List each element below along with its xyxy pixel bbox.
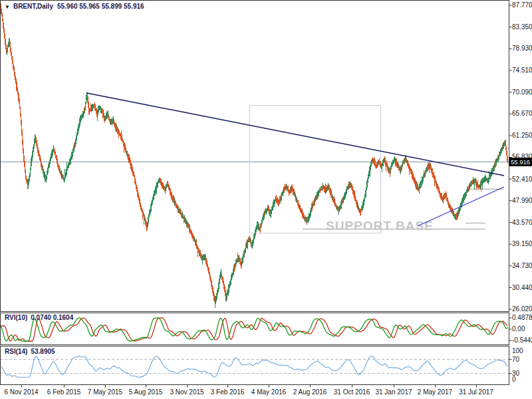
rsi-scale-label: 100 — [512, 347, 523, 355]
rsi-value: 53.8905 — [31, 348, 55, 355]
rvi-scale-label: -0.5442 — [512, 336, 532, 344]
rvi-label: RVI(10) — [5, 314, 27, 321]
current-price-tag: 55.916 — [509, 158, 532, 166]
price-axis-label: 52.410 — [512, 176, 532, 184]
price-axis-label: 74.510 — [512, 66, 532, 74]
rsi-indicator-header: RSI(14)53.8905 — [5, 348, 55, 355]
price-axis-label: 61.250 — [512, 132, 532, 140]
rsi-scale-label: 70 — [512, 356, 519, 364]
price-axis-label: 78.930 — [512, 45, 532, 53]
rsi-label: RSI(14) — [5, 348, 27, 355]
rvi-scale-label: 0.4878 — [512, 314, 532, 322]
chart-header: ▼BRENT,Daily55.960 55.965 55.899 55.916 — [5, 3, 144, 10]
ohlc-values: 55.960 55.965 55.899 55.916 — [57, 3, 144, 10]
rvi-values: 0.0740 0.1604 — [31, 314, 73, 321]
symbol-title: BRENT,Daily — [13, 3, 53, 10]
price-axis-label: 70.090 — [512, 88, 532, 96]
price-axis-label: 30.440 — [512, 284, 532, 292]
rvi-scale-label: 0.00 — [512, 325, 525, 333]
date-axis-label: 31 Jul 2017 — [450, 388, 503, 396]
rvi-indicator-header: RVI(10)0.0740 0.1604 — [5, 314, 73, 321]
chart-window: SUPPORT BASE ▼BRENT,Daily55.960 55.965 5… — [0, 0, 532, 399]
price-chart-canvas[interactable] — [0, 0, 532, 399]
price-axis-label: 43.570 — [512, 219, 532, 227]
price-axis-label: 47.990 — [512, 197, 532, 205]
price-axis-label: 87.770 — [512, 1, 532, 9]
rsi-scale-label: 0 — [512, 376, 516, 384]
price-axis-label: 26.020 — [512, 305, 532, 313]
price-axis-label: 34.730 — [512, 262, 532, 270]
symbol-dropdown-icon[interactable]: ▼ — [5, 4, 10, 10]
price-axis-label: 83.350 — [512, 23, 532, 31]
price-axis-label: 65.670 — [512, 110, 532, 118]
price-axis-label: 39.150 — [512, 240, 532, 248]
